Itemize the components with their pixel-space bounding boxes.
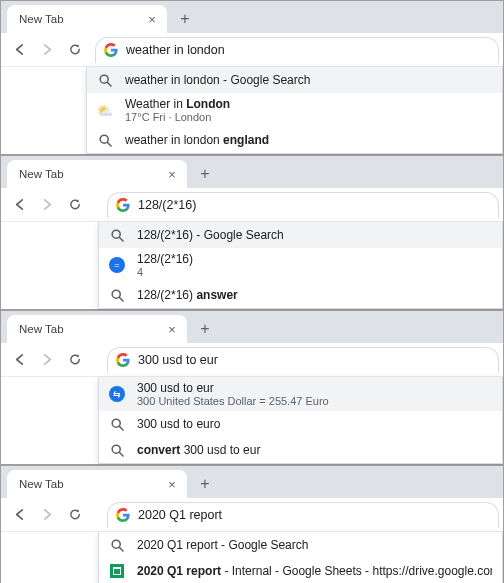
suggestion-text: 128/(2*16) - Google Search — [137, 228, 492, 242]
toolbar — [1, 33, 503, 67]
google-sheets-icon — [109, 563, 125, 579]
search-icon — [109, 287, 125, 303]
close-icon[interactable]: × — [165, 322, 179, 336]
close-icon[interactable]: × — [145, 12, 159, 26]
toolbar — [1, 188, 503, 222]
omnibox[interactable] — [95, 37, 499, 63]
reload-button[interactable] — [63, 193, 87, 217]
new-tab-button[interactable]: + — [193, 162, 217, 186]
browser-tab[interactable]: New Tab× — [7, 5, 167, 33]
suggestion-text: convert 300 usd to eur — [137, 443, 492, 457]
suggestion-row[interactable]: 128/(2*16) - Google Search — [99, 222, 502, 248]
suggestion-row[interactable]: 128/(2*16) answer — [99, 282, 502, 308]
suggestion-row[interactable]: 2020 Q1 report - Google Search — [99, 532, 502, 558]
suggestion-text: weather in london england — [125, 133, 492, 147]
browser-window: New Tab×+2020 Q1 report - Google Search2… — [0, 465, 504, 583]
suggestion-text: weather in london - Google Search — [125, 73, 492, 87]
currency-icon: ⇆ — [109, 386, 125, 402]
suggestion-text: 128/(2*16) answer — [137, 288, 492, 302]
suggestion-row[interactable]: ⇆300 usd to eur300 United States Dollar … — [99, 377, 502, 411]
search-icon — [109, 442, 125, 458]
back-button[interactable] — [7, 193, 31, 217]
tab-strip: New Tab×+ — [1, 156, 503, 188]
tab-strip: New Tab×+ — [1, 466, 503, 498]
omnibox[interactable] — [107, 502, 499, 528]
omnibox-suggestions: 2020 Q1 report - Google Search2020 Q1 re… — [98, 532, 503, 583]
browser-window: New Tab×+⇆300 usd to eur300 United State… — [0, 310, 504, 465]
forward-button — [35, 348, 59, 372]
suggestion-text: 300 usd to euro — [137, 417, 492, 431]
close-icon[interactable]: × — [165, 477, 179, 491]
search-icon — [97, 72, 113, 88]
reload-button[interactable] — [63, 348, 87, 372]
new-tab-button[interactable]: + — [173, 7, 197, 31]
omnibox[interactable] — [107, 192, 499, 218]
omnibox-input[interactable] — [126, 43, 490, 57]
google-logo-icon — [116, 198, 130, 212]
omnibox-suggestions: ⇆300 usd to eur300 United States Dollar … — [98, 377, 503, 464]
omnibox-suggestions: weather in london - Google Search⛅Weathe… — [86, 67, 503, 154]
suggestion-text: 2020 Q1 report - Google Search — [137, 538, 492, 552]
browser-tab[interactable]: New Tab× — [7, 470, 187, 498]
reload-button[interactable] — [63, 503, 87, 527]
tab-strip: New Tab×+ — [1, 311, 503, 343]
toolbar — [1, 498, 503, 532]
search-icon — [97, 132, 113, 148]
suggestion-text: Weather in London17°C Fri · London — [125, 97, 492, 123]
suggestion-text: 2020 Q1 report - Internal - Google Sheet… — [137, 564, 492, 578]
tab-title: New Tab — [19, 478, 64, 490]
omnibox-input[interactable] — [138, 508, 490, 522]
suggestion-row[interactable]: 2020 Q1 report - Internal - Google Sheet… — [99, 558, 502, 583]
forward-button — [35, 503, 59, 527]
suggestion-row[interactable]: ⛅Weather in London17°C Fri · London — [87, 93, 502, 127]
weather-icon: ⛅ — [97, 102, 113, 118]
back-button[interactable] — [7, 38, 31, 62]
search-icon — [109, 416, 125, 432]
back-button[interactable] — [7, 503, 31, 527]
google-logo-icon — [116, 353, 130, 367]
tab-title: New Tab — [19, 13, 64, 25]
omnibox-input[interactable] — [138, 353, 490, 367]
back-button[interactable] — [7, 348, 31, 372]
suggestion-row[interactable]: =128/(2*16)4 — [99, 248, 502, 282]
new-tab-button[interactable]: + — [193, 472, 217, 496]
omnibox[interactable] — [107, 347, 499, 373]
suggestion-row[interactable]: weather in london england — [87, 127, 502, 153]
reload-button[interactable] — [63, 38, 87, 62]
toolbar — [1, 343, 503, 377]
suggestion-row[interactable]: weather in london - Google Search — [87, 67, 502, 93]
calculator-icon: = — [109, 257, 125, 273]
browser-tab[interactable]: New Tab× — [7, 160, 187, 188]
forward-button — [35, 193, 59, 217]
tab-strip: New Tab×+ — [1, 1, 503, 33]
search-icon — [109, 537, 125, 553]
google-logo-icon — [116, 508, 130, 522]
tab-title: New Tab — [19, 323, 64, 335]
browser-tab[interactable]: New Tab× — [7, 315, 187, 343]
forward-button — [35, 38, 59, 62]
browser-window: New Tab×+128/(2*16) - Google Search=128/… — [0, 155, 504, 310]
tab-title: New Tab — [19, 168, 64, 180]
new-tab-button[interactable]: + — [193, 317, 217, 341]
suggestion-text: 300 usd to eur300 United States Dollar =… — [137, 381, 492, 407]
omnibox-input[interactable] — [138, 198, 490, 212]
suggestion-row[interactable]: convert 300 usd to eur — [99, 437, 502, 463]
browser-window: New Tab×+weather in london - Google Sear… — [0, 0, 504, 155]
suggestion-row[interactable]: 300 usd to euro — [99, 411, 502, 437]
close-icon[interactable]: × — [165, 167, 179, 181]
search-icon — [109, 227, 125, 243]
google-logo-icon — [104, 43, 118, 57]
suggestion-text: 128/(2*16)4 — [137, 252, 492, 278]
omnibox-suggestions: 128/(2*16) - Google Search=128/(2*16)412… — [98, 222, 503, 309]
